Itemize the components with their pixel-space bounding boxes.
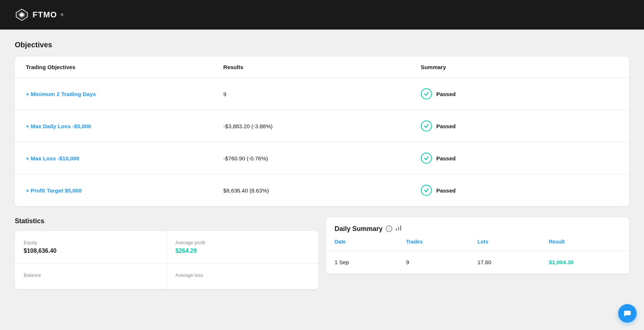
stat-cell-avg-profit: Average profit $264.29 (167, 231, 318, 263)
daily-result-0: $1,004.30 (549, 259, 620, 265)
objective-result-0: 9 (223, 91, 420, 97)
objective-summary-2: Passed (421, 153, 618, 164)
logo-icon (15, 8, 29, 22)
objective-label-2[interactable]: + Max Loss -$10,000 (26, 155, 223, 161)
objective-summary-0: Passed (421, 88, 618, 99)
statistics-title: Statistics (15, 217, 318, 225)
objective-summary-3: Passed (421, 185, 618, 196)
stat-label-balance: Balance (24, 272, 157, 278)
svg-rect-3 (396, 228, 397, 231)
bottom-grid: Statistics Equity $108,636.40 Average pr… (15, 217, 629, 289)
objectives-title: Objectives (15, 41, 629, 49)
daily-lots-0: 17.60 (477, 259, 549, 265)
passed-label-1: Passed (436, 123, 456, 129)
passed-label-0: Passed (436, 91, 456, 97)
stat-label-equity: Equity (24, 240, 157, 245)
daily-date-0: 1 Sep (335, 259, 406, 265)
logo: FTMO® (15, 8, 64, 22)
stat-cell-balance: Balance (15, 263, 167, 289)
passed-label-3: Passed (436, 187, 456, 194)
info-icon[interactable]: i (386, 225, 392, 232)
chat-button[interactable] (618, 304, 637, 323)
main-content: Objectives Trading Objectives Results Su… (0, 30, 644, 300)
daily-summary-header: Daily Summary i (326, 217, 630, 233)
daily-trades-0: 9 (406, 259, 477, 265)
daily-table-header: Date Trades Lots Result (326, 233, 630, 251)
table-row: + Max Loss -$10,000 -$760.90 (-0.76%) Pa… (15, 142, 629, 174)
col-date: Date (335, 239, 406, 245)
objective-summary-1: Passed (421, 120, 618, 132)
col-trades: Trades (406, 239, 477, 245)
check-icon-2 (421, 153, 432, 164)
col-results: Results (223, 64, 420, 70)
objective-result-2: -$760.90 (-0.76%) (223, 155, 420, 161)
table-row: + Max Daily Loss -$5,000 -$3,883.20 (-3.… (15, 110, 629, 142)
chart-icon[interactable] (395, 225, 402, 233)
check-icon-1 (421, 120, 432, 132)
col-lots: Lots (477, 239, 549, 245)
passed-label-2: Passed (436, 155, 456, 161)
objective-label-3[interactable]: + Profit Target $5,000 (26, 187, 223, 194)
col-trading-objectives: Trading Objectives (26, 64, 223, 70)
stat-label-avg-loss: Average loss (176, 272, 310, 278)
daily-summary-card: Daily Summary i Date Trades Lots (326, 217, 630, 274)
logo-sup: ® (61, 13, 64, 17)
logo-text: FTMO (33, 10, 57, 20)
stat-label-avg-profit: Average profit (176, 240, 310, 245)
svg-rect-4 (398, 227, 399, 231)
app-header: FTMO® (0, 0, 644, 30)
daily-summary-title: Daily Summary (335, 225, 383, 233)
objectives-table-header: Trading Objectives Results Summary (15, 57, 629, 78)
stat-value-avg-profit: $264.29 (176, 248, 310, 254)
table-row: + Profit Target $5,000 $8,636.40 (8.63%)… (15, 174, 629, 206)
statistics-section: Statistics Equity $108,636.40 Average pr… (15, 217, 318, 289)
stat-cell-equity: Equity $108,636.40 (15, 231, 167, 263)
objective-label-0[interactable]: + Minimum 2 Trading Days (26, 91, 223, 97)
stats-card: Equity $108,636.40 Average profit $264.2… (15, 231, 318, 289)
objectives-card: Trading Objectives Results Summary + Min… (15, 57, 629, 206)
check-icon-3 (421, 185, 432, 196)
stat-value-equity: $108,636.40 (24, 248, 157, 254)
table-row: + Minimum 2 Trading Days 9 Passed (15, 78, 629, 110)
daily-summary-section: Daily Summary i Date Trades Lots (326, 217, 630, 289)
stat-cell-avg-loss: Average loss (167, 263, 318, 289)
check-icon-0 (421, 88, 432, 99)
svg-rect-5 (400, 225, 401, 231)
daily-table-row: 1 Sep 9 17.60 $1,004.30 (326, 251, 630, 274)
objective-result-3: $8,636.40 (8.63%) (223, 187, 420, 194)
stats-grid: Equity $108,636.40 Average profit $264.2… (15, 231, 318, 289)
objective-label-1[interactable]: + Max Daily Loss -$5,000 (26, 123, 223, 129)
col-result: Result (549, 239, 620, 245)
objective-result-1: -$3,883.20 (-3.88%) (223, 123, 420, 129)
col-summary: Summary (421, 64, 618, 70)
